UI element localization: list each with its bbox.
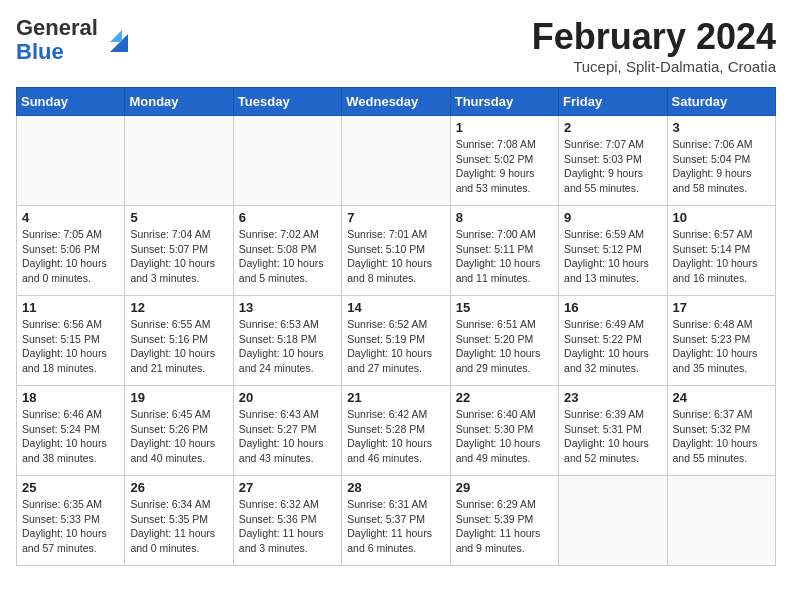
day-number: 16: [564, 300, 661, 315]
calendar-cell: 7Sunrise: 7:01 AM Sunset: 5:10 PM Daylig…: [342, 206, 450, 296]
logo-icon: [100, 24, 132, 56]
day-info: Sunrise: 7:06 AM Sunset: 5:04 PM Dayligh…: [673, 137, 770, 196]
day-number: 21: [347, 390, 444, 405]
day-info: Sunrise: 6:59 AM Sunset: 5:12 PM Dayligh…: [564, 227, 661, 286]
day-info: Sunrise: 6:49 AM Sunset: 5:22 PM Dayligh…: [564, 317, 661, 376]
logo-general: General: [16, 15, 98, 40]
weekday-header-monday: Monday: [125, 88, 233, 116]
day-info: Sunrise: 6:42 AM Sunset: 5:28 PM Dayligh…: [347, 407, 444, 466]
day-number: 3: [673, 120, 770, 135]
calendar-cell: 24Sunrise: 6:37 AM Sunset: 5:32 PM Dayli…: [667, 386, 775, 476]
day-number: 2: [564, 120, 661, 135]
calendar-cell: 1Sunrise: 7:08 AM Sunset: 5:02 PM Daylig…: [450, 116, 558, 206]
day-number: 11: [22, 300, 119, 315]
calendar-table: SundayMondayTuesdayWednesdayThursdayFrid…: [16, 87, 776, 566]
day-number: 8: [456, 210, 553, 225]
day-info: Sunrise: 6:40 AM Sunset: 5:30 PM Dayligh…: [456, 407, 553, 466]
day-info: Sunrise: 7:00 AM Sunset: 5:11 PM Dayligh…: [456, 227, 553, 286]
calendar-cell: [233, 116, 341, 206]
weekday-header-friday: Friday: [559, 88, 667, 116]
day-number: 25: [22, 480, 119, 495]
day-info: Sunrise: 6:35 AM Sunset: 5:33 PM Dayligh…: [22, 497, 119, 556]
day-info: Sunrise: 6:53 AM Sunset: 5:18 PM Dayligh…: [239, 317, 336, 376]
weekday-header-saturday: Saturday: [667, 88, 775, 116]
weekday-header-sunday: Sunday: [17, 88, 125, 116]
day-info: Sunrise: 7:02 AM Sunset: 5:08 PM Dayligh…: [239, 227, 336, 286]
day-info: Sunrise: 7:05 AM Sunset: 5:06 PM Dayligh…: [22, 227, 119, 286]
day-info: Sunrise: 7:01 AM Sunset: 5:10 PM Dayligh…: [347, 227, 444, 286]
week-row-3: 11Sunrise: 6:56 AM Sunset: 5:15 PM Dayli…: [17, 296, 776, 386]
calendar-cell: [17, 116, 125, 206]
logo: General Blue: [16, 16, 132, 64]
day-number: 19: [130, 390, 227, 405]
day-number: 1: [456, 120, 553, 135]
svg-marker-1: [110, 30, 122, 42]
calendar-cell: 17Sunrise: 6:48 AM Sunset: 5:23 PM Dayli…: [667, 296, 775, 386]
day-number: 7: [347, 210, 444, 225]
day-number: 28: [347, 480, 444, 495]
day-info: Sunrise: 6:32 AM Sunset: 5:36 PM Dayligh…: [239, 497, 336, 556]
calendar-cell: 6Sunrise: 7:02 AM Sunset: 5:08 PM Daylig…: [233, 206, 341, 296]
calendar-cell: 5Sunrise: 7:04 AM Sunset: 5:07 PM Daylig…: [125, 206, 233, 296]
calendar-cell: 16Sunrise: 6:49 AM Sunset: 5:22 PM Dayli…: [559, 296, 667, 386]
day-number: 20: [239, 390, 336, 405]
calendar-cell: 21Sunrise: 6:42 AM Sunset: 5:28 PM Dayli…: [342, 386, 450, 476]
day-number: 5: [130, 210, 227, 225]
day-info: Sunrise: 6:43 AM Sunset: 5:27 PM Dayligh…: [239, 407, 336, 466]
calendar-cell: 8Sunrise: 7:00 AM Sunset: 5:11 PM Daylig…: [450, 206, 558, 296]
calendar-cell: 4Sunrise: 7:05 AM Sunset: 5:06 PM Daylig…: [17, 206, 125, 296]
day-number: 24: [673, 390, 770, 405]
calendar-cell: 14Sunrise: 6:52 AM Sunset: 5:19 PM Dayli…: [342, 296, 450, 386]
weekday-header-thursday: Thursday: [450, 88, 558, 116]
calendar-cell: [559, 476, 667, 566]
week-row-5: 25Sunrise: 6:35 AM Sunset: 5:33 PM Dayli…: [17, 476, 776, 566]
logo-blue: Blue: [16, 39, 64, 64]
day-number: 29: [456, 480, 553, 495]
day-number: 26: [130, 480, 227, 495]
calendar-cell: 19Sunrise: 6:45 AM Sunset: 5:26 PM Dayli…: [125, 386, 233, 476]
day-info: Sunrise: 7:04 AM Sunset: 5:07 PM Dayligh…: [130, 227, 227, 286]
day-number: 9: [564, 210, 661, 225]
day-number: 4: [22, 210, 119, 225]
day-info: Sunrise: 6:39 AM Sunset: 5:31 PM Dayligh…: [564, 407, 661, 466]
calendar-cell: 27Sunrise: 6:32 AM Sunset: 5:36 PM Dayli…: [233, 476, 341, 566]
day-number: 22: [456, 390, 553, 405]
calendar-cell: 12Sunrise: 6:55 AM Sunset: 5:16 PM Dayli…: [125, 296, 233, 386]
calendar-cell: 10Sunrise: 6:57 AM Sunset: 5:14 PM Dayli…: [667, 206, 775, 296]
day-info: Sunrise: 6:37 AM Sunset: 5:32 PM Dayligh…: [673, 407, 770, 466]
day-number: 13: [239, 300, 336, 315]
day-info: Sunrise: 6:48 AM Sunset: 5:23 PM Dayligh…: [673, 317, 770, 376]
calendar-cell: [667, 476, 775, 566]
calendar-cell: 23Sunrise: 6:39 AM Sunset: 5:31 PM Dayli…: [559, 386, 667, 476]
calendar-cell: 29Sunrise: 6:29 AM Sunset: 5:39 PM Dayli…: [450, 476, 558, 566]
title-area: February 2024 Tucepi, Split-Dalmatia, Cr…: [532, 16, 776, 75]
day-info: Sunrise: 6:34 AM Sunset: 5:35 PM Dayligh…: [130, 497, 227, 556]
day-info: Sunrise: 6:31 AM Sunset: 5:37 PM Dayligh…: [347, 497, 444, 556]
day-info: Sunrise: 6:46 AM Sunset: 5:24 PM Dayligh…: [22, 407, 119, 466]
weekday-header-row: SundayMondayTuesdayWednesdayThursdayFrid…: [17, 88, 776, 116]
calendar-cell: 11Sunrise: 6:56 AM Sunset: 5:15 PM Dayli…: [17, 296, 125, 386]
weekday-header-tuesday: Tuesday: [233, 88, 341, 116]
day-info: Sunrise: 6:51 AM Sunset: 5:20 PM Dayligh…: [456, 317, 553, 376]
week-row-4: 18Sunrise: 6:46 AM Sunset: 5:24 PM Dayli…: [17, 386, 776, 476]
day-info: Sunrise: 6:56 AM Sunset: 5:15 PM Dayligh…: [22, 317, 119, 376]
day-info: Sunrise: 6:52 AM Sunset: 5:19 PM Dayligh…: [347, 317, 444, 376]
calendar-cell: [342, 116, 450, 206]
day-number: 10: [673, 210, 770, 225]
calendar-cell: 18Sunrise: 6:46 AM Sunset: 5:24 PM Dayli…: [17, 386, 125, 476]
calendar-cell: 13Sunrise: 6:53 AM Sunset: 5:18 PM Dayli…: [233, 296, 341, 386]
calendar-cell: [125, 116, 233, 206]
calendar-cell: 2Sunrise: 7:07 AM Sunset: 5:03 PM Daylig…: [559, 116, 667, 206]
day-info: Sunrise: 6:29 AM Sunset: 5:39 PM Dayligh…: [456, 497, 553, 556]
calendar-cell: 9Sunrise: 6:59 AM Sunset: 5:12 PM Daylig…: [559, 206, 667, 296]
calendar-cell: 25Sunrise: 6:35 AM Sunset: 5:33 PM Dayli…: [17, 476, 125, 566]
calendar-cell: 26Sunrise: 6:34 AM Sunset: 5:35 PM Dayli…: [125, 476, 233, 566]
week-row-2: 4Sunrise: 7:05 AM Sunset: 5:06 PM Daylig…: [17, 206, 776, 296]
calendar-cell: 22Sunrise: 6:40 AM Sunset: 5:30 PM Dayli…: [450, 386, 558, 476]
weekday-header-wednesday: Wednesday: [342, 88, 450, 116]
calendar-cell: 15Sunrise: 6:51 AM Sunset: 5:20 PM Dayli…: [450, 296, 558, 386]
day-number: 23: [564, 390, 661, 405]
week-row-1: 1Sunrise: 7:08 AM Sunset: 5:02 PM Daylig…: [17, 116, 776, 206]
day-number: 15: [456, 300, 553, 315]
day-info: Sunrise: 7:07 AM Sunset: 5:03 PM Dayligh…: [564, 137, 661, 196]
